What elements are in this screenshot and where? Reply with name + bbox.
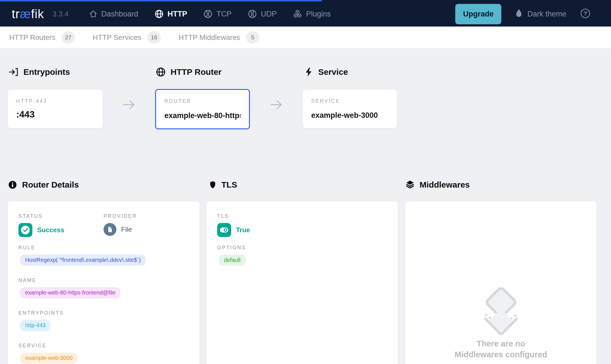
tab-http-middlewares[interactable]: HTTP Middlewares 5 bbox=[179, 31, 259, 44]
traefik-dashboard-page: træfik 3.3.4 Dashboard HTTP TCP bbox=[0, 0, 611, 364]
entrypoints-group: ENTRYPOINTS http-443 bbox=[18, 310, 189, 331]
status-value: Success bbox=[37, 226, 64, 234]
router-details-card: STATUS Success PROVIDER File bbox=[8, 202, 200, 364]
http-router-section-header: HTTP Router bbox=[156, 67, 222, 77]
provider-group: PROVIDER File bbox=[104, 213, 137, 237]
section-title: TLS bbox=[221, 180, 237, 190]
nav-item-dashboard[interactable]: Dashboard bbox=[89, 9, 138, 18]
section-title: Service bbox=[318, 67, 348, 77]
traefik-logo[interactable]: træfik bbox=[12, 7, 44, 21]
tls-label: TLS bbox=[217, 213, 387, 219]
middlewares-card: There are no Middlewares configured bbox=[405, 202, 596, 364]
cubes-icon bbox=[293, 9, 302, 19]
status-provider-row: STATUS Success PROVIDER File bbox=[18, 213, 189, 237]
provider-label: PROVIDER bbox=[104, 213, 137, 219]
tab-http-routers[interactable]: HTTP Routers 27 bbox=[9, 31, 75, 44]
tab-count-badge: 5 bbox=[246, 31, 259, 44]
nav-label: Plugins bbox=[306, 10, 331, 18]
file-provider-icon bbox=[104, 223, 116, 236]
flow-arrow-icon bbox=[269, 97, 284, 114]
router-details-header: Router Details bbox=[8, 180, 79, 190]
tcp-sphere-icon bbox=[203, 9, 213, 19]
status-group: STATUS Success bbox=[18, 213, 104, 237]
flow-arrow-icon bbox=[121, 97, 137, 114]
nav-item-http[interactable]: HTTP bbox=[154, 9, 187, 19]
nav-label: TCP bbox=[216, 10, 231, 18]
tls-card: TLS True OPTIONS default bbox=[207, 202, 398, 364]
dark-theme-toggle[interactable]: Dark theme bbox=[515, 8, 566, 20]
logo-ae: æ bbox=[20, 7, 31, 21]
empty-text-line2: Middlewares configured bbox=[405, 349, 596, 360]
tls-header: TLS bbox=[209, 180, 237, 190]
rule-label: RULE bbox=[18, 245, 189, 251]
tls-group: TLS True bbox=[217, 213, 387, 237]
rule-group: RULE HostRegexp(`^frontend\.example\.dde… bbox=[18, 245, 189, 266]
main-navigation: Dashboard HTTP TCP UDP bbox=[89, 9, 331, 19]
router-card-selected[interactable]: ROUTER example-web-80-https... bbox=[155, 89, 250, 129]
upgrade-button[interactable]: Upgrade bbox=[455, 4, 502, 24]
service-group: SERVICE example-web-3000 bbox=[18, 343, 189, 364]
options-pill: default bbox=[219, 255, 246, 266]
tab-label: HTTP Routers bbox=[9, 33, 56, 42]
empty-text-line1: There are no bbox=[405, 338, 596, 349]
options-group: OPTIONS default bbox=[217, 245, 387, 266]
service-pill: example-web-3000 bbox=[20, 353, 78, 364]
name-label: NAME bbox=[18, 277, 189, 283]
globe-icon bbox=[156, 67, 166, 77]
lightning-bolt-icon bbox=[304, 67, 313, 77]
section-title: Router Details bbox=[22, 180, 79, 190]
tls-toggle-icon bbox=[217, 223, 231, 237]
nav-label: Dashboard bbox=[101, 10, 138, 18]
tab-count-badge: 27 bbox=[62, 31, 75, 44]
entrypoint-card-label: HTTP-443 bbox=[16, 98, 94, 104]
globe-icon bbox=[154, 9, 164, 19]
home-icon bbox=[89, 9, 98, 18]
section-title: Entrypoints bbox=[23, 67, 70, 77]
layers-icon bbox=[405, 180, 415, 190]
nav-label: UDP bbox=[261, 10, 277, 18]
options-label: OPTIONS bbox=[217, 245, 387, 251]
tab-http-services[interactable]: HTTP Services 16 bbox=[93, 31, 161, 44]
svg-text:?: ? bbox=[584, 10, 587, 16]
nav-item-tcp[interactable]: TCP bbox=[203, 9, 231, 19]
service-card-label: SERVICE bbox=[311, 98, 389, 104]
entrypoint-card-value: :443 bbox=[16, 109, 94, 120]
entrypoints-label: ENTRYPOINTS bbox=[18, 310, 189, 316]
dark-theme-label: Dark theme bbox=[527, 10, 566, 18]
tab-label: HTTP Middlewares bbox=[179, 33, 240, 42]
entrypoint-card[interactable]: HTTP-443 :443 bbox=[8, 90, 103, 128]
empty-layers-illustration bbox=[472, 288, 530, 344]
service-card[interactable]: SERVICE example-web-3000 bbox=[303, 90, 397, 128]
http-subnav: HTTP Routers 27 HTTP Services 16 HTTP Mi… bbox=[0, 27, 611, 49]
logo-text-2: fik bbox=[31, 7, 44, 21]
middlewares-header: Middlewares bbox=[405, 180, 470, 190]
tab-label: HTTP Services bbox=[93, 33, 141, 42]
provider-value: File bbox=[121, 226, 132, 233]
rule-pill: HostRegexp(`^frontend\.example\.ddev\.si… bbox=[20, 255, 146, 266]
info-icon bbox=[8, 180, 17, 190]
version-label: 3.3.4 bbox=[52, 10, 69, 18]
logo-text: tr bbox=[12, 7, 20, 21]
tab-count-badge: 16 bbox=[147, 31, 160, 44]
entrypoint-pill: http-443 bbox=[20, 320, 51, 331]
service-section-header: Service bbox=[304, 67, 348, 77]
name-pill: example-web-80-https-frontend@file bbox=[20, 287, 121, 298]
nav-item-plugins[interactable]: Plugins bbox=[293, 9, 331, 19]
login-arrow-icon bbox=[9, 67, 19, 77]
udp-sphere-icon bbox=[248, 9, 257, 19]
section-title: Middlewares bbox=[420, 180, 470, 190]
top-navbar: træfik 3.3.4 Dashboard HTTP TCP bbox=[0, 0, 611, 27]
service-card-value: example-web-3000 bbox=[311, 111, 389, 120]
nav-item-udp[interactable]: UDP bbox=[248, 9, 277, 19]
tls-value: True bbox=[236, 226, 250, 234]
help-icon[interactable]: ? bbox=[580, 8, 591, 20]
router-card-label: ROUTER bbox=[164, 98, 241, 104]
success-check-icon bbox=[18, 223, 32, 237]
header-actions: Upgrade Dark theme ? bbox=[455, 4, 591, 24]
loading-progress-bar bbox=[0, 0, 322, 1]
service-label: SERVICE bbox=[18, 343, 189, 349]
section-title: HTTP Router bbox=[171, 67, 222, 77]
status-label: STATUS bbox=[18, 213, 104, 219]
shield-icon bbox=[209, 180, 217, 190]
nav-label: HTTP bbox=[167, 10, 187, 18]
